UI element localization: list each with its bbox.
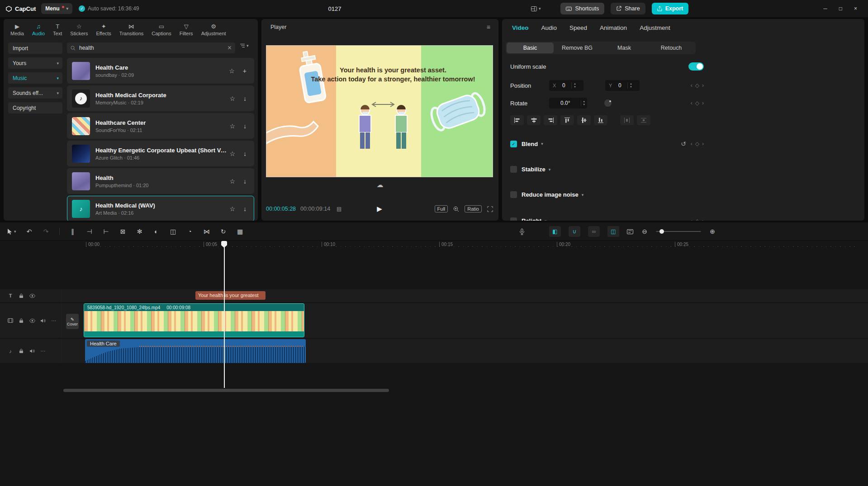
search-input[interactable] — [78, 44, 225, 52]
audio-list-item[interactable]: HealthPumpupthemind · 01:20 ☆↓ — [67, 168, 254, 194]
align-top-button[interactable] — [560, 115, 574, 125]
rotate-dial[interactable] — [604, 99, 612, 107]
audio-clip[interactable]: Health Care — [85, 339, 306, 363]
audio-list-item[interactable]: Health Caresoundbay · 02:09 ☆+ — [67, 58, 254, 84]
audio-list-item-selected[interactable]: ♪ Health Medical (WAV)Art Media · 02:16 … — [67, 196, 254, 221]
undo-button[interactable]: ↶ — [26, 228, 33, 235]
share-button[interactable]: Share — [611, 3, 645, 14]
speaker-icon[interactable] — [29, 349, 35, 354]
record-voiceover-icon[interactable] — [519, 228, 525, 235]
tab-audio-props[interactable]: Audio — [541, 24, 557, 31]
position-x-field[interactable]: X 0 ▲▼ — [549, 80, 583, 91]
lock-icon[interactable] — [18, 318, 24, 323]
audio-list-item[interactable]: Healthcare CenterSoundForYou · 02:11 ☆↓ — [67, 113, 254, 139]
main-track-magnet-toggle[interactable]: ◧ — [549, 226, 561, 237]
search-box[interactable]: × — [67, 42, 235, 53]
lock-icon[interactable] — [18, 349, 24, 354]
layout-switch-button[interactable]: ▾ — [531, 6, 541, 11]
more-options-icon[interactable]: ⋯ — [40, 348, 46, 354]
crop-tool[interactable]: ▦ — [237, 228, 244, 235]
cover-button[interactable]: ✎ Cover — [66, 314, 79, 329]
position-y-field[interactable]: Y 0 ▲▼ — [605, 80, 640, 91]
zoom-out-button[interactable]: ⊖ — [641, 228, 648, 235]
audio-list-item[interactable]: Healthy Energetic Corporate Upbeat (Shor… — [67, 141, 254, 166]
keyframe-controls[interactable]: ‹◇› — [691, 100, 704, 106]
favorite-icon[interactable]: ☆ — [229, 150, 235, 157]
split-left-tool[interactable]: ⊣ — [86, 228, 93, 235]
clear-search-icon[interactable]: × — [228, 44, 232, 52]
tab-stickers[interactable]: ☆Stickers — [66, 23, 92, 37]
tab-media[interactable]: ▶Media — [6, 23, 28, 37]
shortcuts-button[interactable]: Shortcuts — [560, 3, 604, 14]
audio-list-item[interactable]: ♪ Health Medical CorporateMemoryMusic · … — [67, 85, 254, 111]
video-clip[interactable]: 5839058-hd_1920_1080_24fps.mp4 00:00:09:… — [84, 303, 304, 337]
track-height-icon[interactable] — [627, 229, 633, 234]
sidebar-item-copyright[interactable]: Copyright — [8, 102, 62, 113]
redo-button[interactable]: ↷ — [43, 228, 50, 235]
more-options-icon[interactable]: ⋯ — [51, 318, 57, 324]
zoom-preview-icon[interactable] — [453, 206, 459, 212]
rotate-tool[interactable]: ↻ — [220, 228, 227, 235]
select-tool[interactable]: ▾ — [7, 228, 16, 235]
minimize-button[interactable]: ─ — [823, 5, 827, 12]
blend-checkbox[interactable]: ✓ — [510, 141, 517, 147]
align-left-button[interactable] — [510, 115, 524, 125]
align-bottom-button[interactable] — [594, 115, 607, 125]
reduce-noise-checkbox[interactable] — [510, 191, 517, 198]
tab-filters[interactable]: ▽Filters — [175, 23, 197, 37]
download-icon[interactable]: ↓ — [243, 95, 247, 102]
zoom-in-button[interactable]: ⊕ — [709, 228, 716, 235]
align-middle-vertical-button[interactable] — [577, 115, 591, 125]
keyframe-controls[interactable]: ‹◇› — [691, 82, 704, 89]
close-button[interactable]: × — [854, 5, 857, 12]
timeline-ruler[interactable]: 00:00 00:05 00:10 00:15 00:20 00:25 — [0, 241, 868, 249]
download-icon[interactable]: ↓ — [243, 178, 247, 185]
tab-adjustment[interactable]: ⚙Adjustment — [197, 23, 230, 37]
download-icon[interactable]: ↓ — [243, 123, 247, 130]
sidebar-item-sound-effects[interactable]: Sounds eff...▾ — [8, 87, 62, 99]
align-center-horizontal-button[interactable] — [527, 115, 541, 125]
favorite-icon[interactable]: ☆ — [229, 178, 235, 185]
player-menu-icon[interactable]: ≡ — [487, 24, 490, 31]
chevron-down-icon[interactable]: ▾ — [541, 142, 543, 146]
chevron-down-icon[interactable]: ▾ — [582, 193, 584, 197]
cloud-render-icon[interactable]: ☁ — [261, 181, 498, 189]
tab-effects[interactable]: ✦Effects — [92, 23, 115, 37]
favorite-icon[interactable]: ☆ — [229, 123, 235, 130]
fullscreen-icon[interactable] — [487, 206, 493, 212]
maximize-button[interactable]: □ — [839, 5, 842, 12]
zoom-slider-knob[interactable] — [659, 229, 664, 234]
chevron-down-icon[interactable]: ▾ — [549, 167, 551, 172]
filter-button[interactable]: ▾ — [240, 43, 249, 48]
full-screen-quality-button[interactable]: Full — [435, 205, 448, 212]
download-icon[interactable]: ↓ — [243, 150, 247, 157]
favorite-icon[interactable]: ☆ — [229, 95, 235, 102]
mask-tool[interactable]: ◐ — [153, 228, 160, 235]
favorite-icon[interactable]: ☆ — [229, 205, 235, 212]
sidebar-item-yours[interactable]: Yours▾ — [8, 57, 62, 69]
text-clip[interactable]: Your health is your greatest — [195, 291, 266, 300]
timeline-zoom-slider[interactable] — [656, 231, 701, 232]
split-right-tool[interactable]: ⊢ — [103, 228, 110, 235]
stepper-icon[interactable]: ▲▼ — [571, 82, 576, 89]
stepper-icon[interactable]: ▲▼ — [581, 100, 585, 106]
sidebar-item-import[interactable]: Import — [8, 42, 62, 54]
tab-audio[interactable]: ♫Audio — [28, 23, 49, 37]
keyframe-controls[interactable]: ‹◇› — [691, 218, 704, 221]
reset-icon[interactable]: ↺ — [681, 140, 686, 147]
export-button[interactable]: Export — [652, 3, 689, 14]
distribute-horizontal-button[interactable] — [620, 115, 634, 125]
align-right-button[interactable] — [544, 115, 557, 125]
subtab-remove-bg[interactable]: Remove BG — [554, 42, 601, 53]
add-icon[interactable]: + — [243, 67, 247, 75]
tab-transitions[interactable]: ⋈Transitions — [115, 23, 147, 37]
preview-axis-toggle[interactable]: ◫ — [607, 226, 619, 237]
stabilize-checkbox[interactable] — [510, 166, 517, 173]
video-preview[interactable]: Your health is your greatest asset. Take… — [266, 45, 493, 177]
linkage-toggle[interactable]: ∞ — [588, 226, 600, 237]
speed-tool[interactable]: ◔ — [186, 228, 194, 235]
tab-adjustment-props[interactable]: Adjustment — [640, 24, 670, 31]
split-tool[interactable]: ∥ — [69, 228, 76, 235]
subtab-basic[interactable]: Basic — [507, 42, 554, 53]
timeline-horizontal-scrollbar[interactable] — [63, 389, 389, 392]
